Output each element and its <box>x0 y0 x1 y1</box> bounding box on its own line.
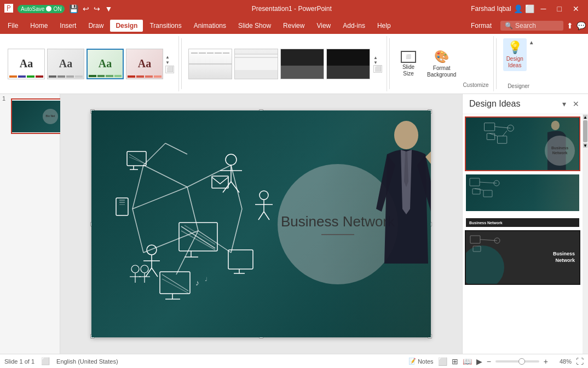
variant-item-1[interactable] <box>188 49 232 79</box>
theme-label-4: Aa <box>138 57 151 70</box>
menu-insert[interactable]: Insert <box>54 20 82 32</box>
fit-slide-icon[interactable]: ⛶ <box>576 357 584 366</box>
menu-addins[interactable]: Add-ins <box>337 20 371 32</box>
powerpoint-logo-icon: 🅿 <box>4 4 13 14</box>
menu-transitions[interactable]: Transitions <box>144 20 187 32</box>
zoom-thumb[interactable] <box>518 358 525 365</box>
variant-item-2[interactable] <box>234 49 278 79</box>
menu-review[interactable]: Review <box>278 20 310 32</box>
design-panel-close-button[interactable]: ✕ <box>570 98 581 109</box>
design-panel: Design Ideas ▾ ✕ <box>462 94 588 354</box>
redo-icon[interactable]: ↪ <box>94 4 100 13</box>
slide-image: ♪ ♩ Business Network <box>91 110 431 337</box>
menu-design[interactable]: Design <box>110 20 143 32</box>
svg-line-8 <box>176 231 198 274</box>
autosave-state: ON <box>53 6 61 12</box>
menu-help[interactable]: Help <box>372 20 396 32</box>
design-panel-collapse-button[interactable]: ▾ <box>560 98 568 109</box>
autosave-toggle[interactable]: AutoSave ON <box>18 5 65 13</box>
svg-line-7 <box>143 231 198 253</box>
slide-thumbnail-1[interactable]: Biz Net <box>11 98 61 134</box>
zoom-slider[interactable] <box>495 360 539 363</box>
menu-draw[interactable]: Draw <box>83 20 109 32</box>
scrollbar-thumb[interactable] <box>583 120 587 142</box>
design-ideas-icon: 💡 <box>508 40 522 55</box>
ribbon-divider-3 <box>496 38 497 89</box>
search-input[interactable] <box>515 22 559 30</box>
theme-scroll-more[interactable]: ⬜ <box>165 66 174 73</box>
design-idea-item-3[interactable]: BusinessNetwork <box>465 230 580 285</box>
design-idea-3-text: BusinessNetwork <box>553 251 575 264</box>
menu-file[interactable]: File <box>2 20 24 32</box>
theme-label-2: Aa <box>59 57 72 70</box>
comments-icon[interactable]: 💬 <box>577 21 586 30</box>
theme-item-default[interactable]: Aa <box>8 49 45 79</box>
format-background-button[interactable]: 🎨 FormatBackground <box>423 48 460 80</box>
format-background-icon: 🎨 <box>434 50 449 64</box>
menu-view[interactable]: View <box>311 20 336 32</box>
slide-size-button[interactable]: ⬜ SlideSize <box>396 49 420 79</box>
theme-scroll-down[interactable]: ▼ <box>165 60 174 65</box>
share-button-icon[interactable]: ⬆ <box>567 21 573 30</box>
view-normal-icon[interactable]: ⬜ <box>438 357 447 366</box>
svg-rect-55 <box>228 250 253 269</box>
theme-item-2[interactable]: Aa <box>47 49 84 79</box>
variant-item-3[interactable] <box>280 49 324 79</box>
view-presenter-icon[interactable]: ▶ <box>476 357 482 366</box>
zoom-out-icon[interactable]: − <box>487 357 491 366</box>
view-reading-icon[interactable]: 📖 <box>463 357 472 366</box>
svg-line-11 <box>143 143 165 165</box>
minimize-button[interactable]: ─ <box>537 2 551 15</box>
menu-format[interactable]: Format <box>465 20 497 32</box>
scrollbar-up-arrow[interactable]: ▲ <box>583 115 587 119</box>
svg-rect-38 <box>212 176 228 188</box>
variant-scroll-down[interactable]: ▼ <box>373 60 382 65</box>
variant-scroll-up[interactable]: ▲ <box>373 55 382 60</box>
design-ideas-list: Business Network <box>463 114 583 287</box>
close-button[interactable]: ✕ <box>568 2 584 15</box>
view-slide-sorter-icon[interactable]: ⊞ <box>452 357 458 366</box>
design-ideas-button[interactable]: 💡 DesignIdeas <box>503 38 527 71</box>
design-idea-item-2[interactable]: Business Network <box>465 173 580 228</box>
svg-line-3 <box>132 187 187 209</box>
menu-animations[interactable]: Animations <box>188 20 232 32</box>
maximize-button[interactable]: □ <box>553 2 566 15</box>
svg-rect-32 <box>179 223 217 251</box>
slide-size-label: SlideSize <box>402 64 414 77</box>
scrollbar-down-arrow[interactable]: ▼ <box>583 143 587 148</box>
zoom-in-icon[interactable]: + <box>544 357 548 366</box>
svg-line-30 <box>258 212 264 220</box>
slide-canvas[interactable]: ♪ ♩ Business Network <box>91 110 431 337</box>
theme-item-3[interactable]: Aa <box>87 49 124 79</box>
design-idea-item-1[interactable]: Business Network <box>465 116 580 171</box>
design-panel-scrollbar[interactable]: ▲ ▼ <box>583 114 588 354</box>
search-box[interactable]: 🔍 <box>500 21 563 31</box>
svg-rect-62 <box>487 133 494 140</box>
save-icon[interactable]: 💾 <box>69 4 78 13</box>
theme-scroll-up[interactable]: ▲ <box>165 55 174 60</box>
workspace: 1 Biz Net <box>0 94 588 354</box>
share-icon[interactable]: 👤 <box>514 4 523 13</box>
slide-number: 1 <box>2 95 9 102</box>
menu-home[interactable]: Home <box>25 20 53 32</box>
menu-slideshow[interactable]: Slide Show <box>233 20 276 32</box>
notes-button[interactable]: 📝 Notes <box>408 358 434 365</box>
variant-item-4[interactable] <box>326 49 370 79</box>
undo-icon[interactable]: ↩ <box>83 4 89 13</box>
ribbon: Aa Aa <box>0 34 588 94</box>
theme-item-4[interactable]: Aa <box>126 49 163 79</box>
svg-rect-71 <box>483 190 492 197</box>
ribbon-display-icon[interactable]: ⬜ <box>525 4 534 13</box>
accessibility-icon[interactable]: ⬜ <box>41 357 50 365</box>
designer-collapse-up[interactable]: ▲ <box>529 39 534 45</box>
variant-scroll: ▲ ▼ ⬜ <box>373 55 382 73</box>
svg-line-53 <box>162 274 188 291</box>
zoom-level[interactable]: 48% <box>552 358 572 365</box>
svg-rect-69 <box>470 178 480 186</box>
title-bar-right: Farshad Iqbal 👤 ⬜ ─ □ ✕ <box>471 2 584 15</box>
variant-scroll-more[interactable]: ⬜ <box>373 65 382 73</box>
customize-qat-icon[interactable]: ▼ <box>105 4 112 13</box>
svg-line-16 <box>223 182 231 192</box>
svg-rect-75 <box>470 236 480 243</box>
svg-line-66 <box>489 133 497 136</box>
